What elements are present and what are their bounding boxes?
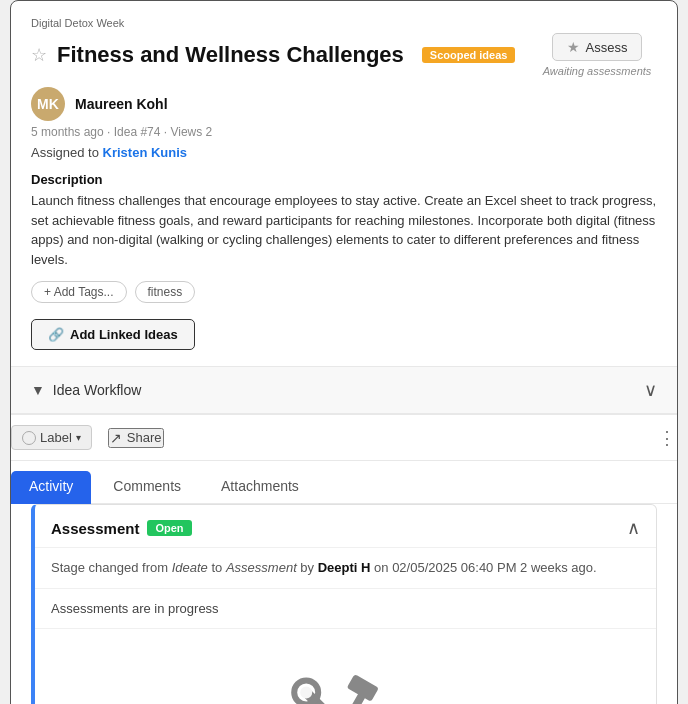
activity-section: Assessment Open ∧ Stage changed from Ide… bbox=[11, 504, 677, 704]
tab-activity[interactable]: Activity bbox=[11, 471, 91, 504]
filter-icon: ▼ bbox=[31, 382, 45, 398]
author-name: Maureen Kohl bbox=[75, 96, 168, 112]
category-label: Digital Detox Week bbox=[31, 17, 657, 29]
description-text: Launch fitness challenges that encourage… bbox=[31, 191, 657, 269]
linked-ideas-button[interactable]: 🔗 Add Linked Ideas bbox=[31, 319, 195, 350]
awaiting-text: Awaiting assessments bbox=[543, 65, 652, 77]
title-row: ☆ Fitness and Wellness Challenges Scoope… bbox=[31, 33, 657, 77]
tags-row: + Add Tags... fitness bbox=[31, 281, 657, 303]
star-icon[interactable]: ☆ bbox=[31, 44, 47, 66]
chevron-up-icon[interactable]: ∧ bbox=[627, 517, 640, 539]
chevron-down-icon: ∨ bbox=[644, 379, 657, 401]
add-tags-button[interactable]: + Add Tags... bbox=[31, 281, 127, 303]
action-left: Label ▾ ↗ Share bbox=[11, 425, 164, 450]
assigned-label: Assigned to bbox=[31, 145, 99, 160]
avatar: MK bbox=[31, 87, 65, 121]
assessment-header: Assessment Open ∧ bbox=[35, 505, 656, 548]
open-badge: Open bbox=[147, 520, 191, 536]
workflow-label: Idea Workflow bbox=[53, 382, 141, 398]
assigned-to-link[interactable]: Kristen Kunis bbox=[103, 145, 188, 160]
tab-comments[interactable]: Comments bbox=[95, 471, 199, 504]
description-section: Description Launch fitness challenges th… bbox=[31, 172, 657, 269]
workflow-left: ▼ Idea Workflow bbox=[31, 382, 141, 398]
main-card: Digital Detox Week ☆ Fitness and Wellnes… bbox=[10, 0, 678, 704]
author-row: MK Maureen Kohl bbox=[31, 87, 657, 121]
page-title: Fitness and Wellness Challenges bbox=[57, 42, 404, 68]
scooped-badge: Scooped ideas bbox=[422, 47, 516, 63]
stage-change-text: Stage changed from Ideate to Assessment … bbox=[35, 548, 656, 589]
linked-ideas-icon: 🔗 bbox=[48, 327, 64, 342]
tag-fitness: fitness bbox=[135, 281, 196, 303]
assess-button[interactable]: ★ Assess bbox=[552, 33, 643, 61]
assess-button-label: Assess bbox=[586, 40, 628, 55]
linked-ideas-label: Add Linked Ideas bbox=[70, 327, 178, 342]
description-label: Description bbox=[31, 172, 657, 187]
action-bar: Label ▾ ↗ Share ⋮ bbox=[10, 415, 678, 461]
idea-workflow-section[interactable]: ▼ Idea Workflow ∨ bbox=[11, 366, 677, 414]
assess-area: ★ Assess Awaiting assessments bbox=[537, 33, 657, 77]
assessment-card: Assessment Open ∧ Stage changed from Ide… bbox=[31, 504, 657, 704]
title-left: ☆ Fitness and Wellness Challenges Scoope… bbox=[31, 42, 537, 68]
label-button[interactable]: Label ▾ bbox=[11, 425, 92, 450]
label-text: Label bbox=[40, 430, 72, 445]
assessment-title: Assessment bbox=[51, 520, 139, 537]
tab-attachments[interactable]: Attachments bbox=[203, 471, 317, 504]
linked-ideas-container: 🔗 Add Linked Ideas bbox=[31, 319, 657, 366]
label-circle-icon bbox=[22, 431, 36, 445]
label-chevron-icon: ▾ bbox=[76, 432, 81, 443]
share-text: Share bbox=[127, 430, 162, 445]
assessment-title-row: Assessment Open bbox=[51, 520, 192, 537]
in-progress-row: Assessments are in progress bbox=[35, 589, 656, 629]
meta-row: 5 months ago · Idea #74 · Views 2 bbox=[31, 125, 657, 139]
tabs-row: Activity Comments Attachments bbox=[10, 461, 678, 504]
assess-star-icon: ★ bbox=[567, 39, 580, 55]
share-icon: ↗ bbox=[110, 430, 122, 446]
assigned-row: Assigned to Kristen Kunis bbox=[31, 145, 657, 160]
tools-illustration bbox=[35, 629, 656, 705]
more-options-button[interactable]: ⋮ bbox=[658, 427, 677, 449]
share-button[interactable]: ↗ Share bbox=[108, 428, 164, 448]
